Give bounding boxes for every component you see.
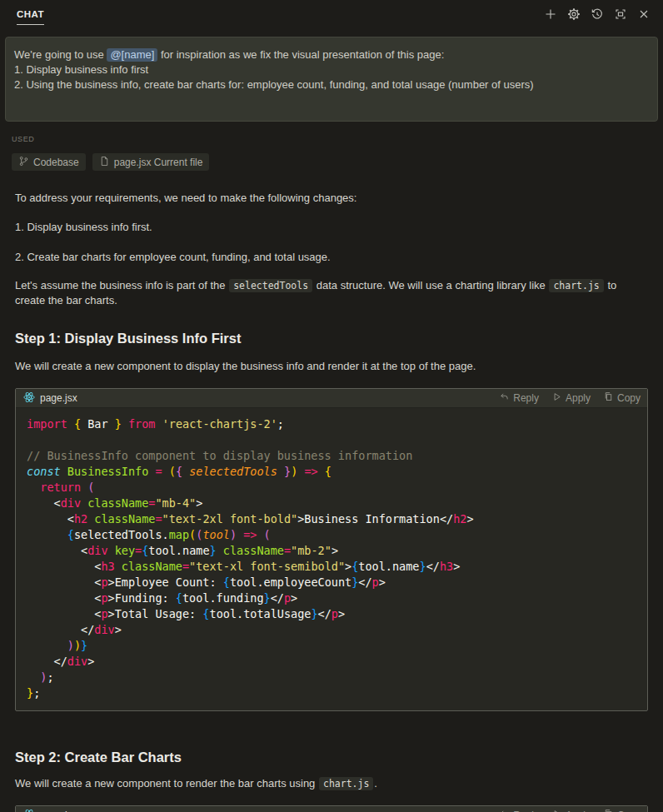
chip-codebase[interactable]: Codebase — [12, 153, 86, 171]
play-icon — [551, 809, 562, 812]
react-icon — [23, 391, 35, 406]
titlebar-actions — [541, 5, 653, 23]
copy-icon — [603, 391, 614, 405]
code-lines: import { Bar } from 'react-chartjs-2'; /… — [16, 408, 647, 710]
step1-heading: Step 1: Display Business Info First — [15, 331, 648, 346]
used-label: USED — [12, 135, 648, 143]
react-icon — [23, 809, 35, 812]
response-paragraph: Let's assume the business info is part o… — [15, 278, 648, 308]
apply-button[interactable]: Apply — [551, 809, 591, 812]
git-branch-icon — [18, 156, 29, 169]
reply-icon — [499, 809, 510, 812]
history-icon[interactable] — [588, 5, 606, 23]
titlebar: CHAT — [0, 0, 663, 27]
copy-button[interactable]: Copy — [603, 809, 641, 812]
response-paragraph: We will create a new component to render… — [15, 776, 648, 791]
code-block-actions: Reply Apply Copy — [499, 391, 641, 405]
play-icon — [551, 391, 562, 405]
chip-current-file[interactable]: page.jsx Current file — [92, 153, 210, 171]
response-list-item-1: 1. Display business info first. — [15, 220, 648, 235]
reply-icon — [499, 391, 510, 405]
new-chat-icon[interactable] — [541, 5, 560, 23]
inline-code: selectedTools — [229, 279, 312, 292]
response-paragraph: To address your requirements, we need to… — [15, 191, 648, 206]
user-message-line2: 1. Display business info first — [14, 62, 649, 77]
apply-button[interactable]: Apply — [551, 391, 591, 405]
copy-icon — [603, 809, 614, 812]
code-block-filename: page.jsx — [23, 809, 77, 812]
gear-icon[interactable] — [565, 5, 583, 23]
copy-button[interactable]: Copy — [603, 391, 641, 405]
screen-full-icon[interactable] — [611, 5, 630, 23]
code-block-header: page.jsx Reply Apply Copy — [16, 806, 647, 812]
response-list-item-2: 2. Create bar charts for employee count,… — [15, 250, 648, 265]
inline-code: chart.js — [319, 777, 373, 790]
tab-chat[interactable]: CHAT — [17, 9, 44, 25]
close-icon[interactable] — [635, 5, 653, 23]
response-paragraph: We will create a new component to displa… — [15, 359, 648, 374]
code-block-filename: page.jsx — [23, 391, 77, 406]
code-block-page-jsx: page.jsx Reply Apply Copy import { Bar }… — [15, 388, 648, 711]
user-message-line1: We're going to use @[name] for inspirati… — [14, 47, 649, 62]
code-block-header: page.jsx Reply Apply Copy — [16, 389, 647, 408]
file-icon — [99, 156, 110, 169]
step2-heading: Step 2: Create Bar Charts — [15, 750, 648, 765]
code-block-actions: Reply Apply Copy — [499, 809, 641, 812]
reply-button[interactable]: Reply — [499, 391, 539, 405]
reply-button[interactable]: Reply — [499, 809, 539, 812]
code-block-2: page.jsx Reply Apply Copy — [15, 805, 648, 812]
inline-code: chart.js — [549, 279, 603, 292]
user-message[interactable]: We're going to use @[name] for inspirati… — [5, 37, 658, 122]
context-chips: Codebase page.jsx Current file — [12, 153, 648, 171]
user-message-line3: 2. Using the business info, create bar c… — [14, 77, 649, 92]
mention-chip[interactable]: @[name] — [107, 48, 157, 62]
